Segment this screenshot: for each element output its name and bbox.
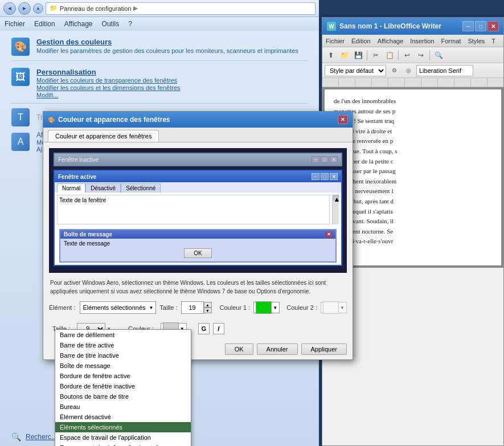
- cp-menu-fichier[interactable]: Fichier: [5, 20, 25, 28]
- preview-inactive-min[interactable]: ─: [312, 156, 319, 163]
- nav-back-button[interactable]: ◄: [3, 2, 16, 15]
- lo-minimize-button[interactable]: ─: [462, 21, 474, 31]
- lo-style-icon[interactable]: ⚙: [388, 64, 400, 77]
- search-text[interactable]: Recherc...: [26, 433, 57, 441]
- preview-inactive-window: Fenêtre inactive ─ □ ✕: [54, 153, 342, 166]
- cancel-button[interactable]: Annuler: [257, 343, 298, 355]
- preview-tab-desactive[interactable]: Désactivé: [85, 183, 121, 193]
- dropdown-item-7[interactable]: Bureau: [55, 402, 191, 412]
- preview-inactive-close[interactable]: ✕: [330, 156, 338, 163]
- lo-toolbar: ⬆ 📁 💾 ✂ 📋 ↩ ↪ 🔍: [322, 47, 503, 63]
- dropdown-item-2[interactable]: Barre de titre inactive: [55, 350, 191, 361]
- lo-open-btn[interactable]: 📁: [338, 49, 351, 62]
- dropdown-item-5[interactable]: Bordure de fenêtre inactive: [55, 381, 191, 391]
- preview-msg-text: Texte de message: [64, 240, 332, 247]
- cp-topbar: ◄ ► ▲ 📁 Panneau de configuration ▶: [0, 0, 319, 17]
- lo-style-icon2[interactable]: ◎: [402, 64, 415, 77]
- doc-text-7: s'échapper de la petite c: [334, 157, 492, 167]
- couleur2-swatch[interactable]: ▼: [321, 302, 347, 313]
- taille1-spinner: ▲ ▼: [181, 301, 212, 314]
- lo-font-input[interactable]: [416, 65, 473, 76]
- taille1-up-btn[interactable]: ▲: [204, 302, 212, 308]
- cp-menu-edition[interactable]: Edition: [34, 20, 55, 28]
- lo-menu-affichage[interactable]: Affichage: [378, 38, 404, 44]
- lo-style-select[interactable]: Style par défaut: [325, 65, 386, 76]
- lo-menu-edition[interactable]: Édition: [351, 38, 371, 44]
- taille1-input[interactable]: [181, 301, 204, 314]
- preview-active-min[interactable]: ─: [312, 173, 319, 180]
- preview-msg-close-btn[interactable]: ✕: [325, 232, 332, 238]
- taille1-down-btn[interactable]: ▼: [204, 308, 212, 313]
- cp-menu-aide[interactable]: ?: [128, 20, 132, 28]
- preview-tab-normal[interactable]: Normal: [57, 183, 85, 193]
- doc-text-10: scrutent nerveusement l: [334, 186, 492, 197]
- lo-menu-styles[interactable]: Styles: [468, 38, 485, 44]
- dropdown-item-1[interactable]: Barre de titre active: [55, 340, 191, 350]
- doc-paragraph-mark: ¶: [334, 247, 492, 259]
- preview-msg-title-text: Boîte de message: [64, 231, 112, 238]
- dropdown-item-11[interactable]: Espacement des icônes (horizontal): [55, 443, 191, 446]
- preview-inactive-titlebar: Fenêtre inactive ─ □ ✕: [55, 154, 341, 165]
- element-select-display[interactable]: Éléments sélectionnés ▼: [80, 301, 156, 314]
- preview-inactive-max[interactable]: □: [321, 156, 329, 163]
- preview-text-area: Texte de la fenêtre: [57, 195, 330, 224]
- preview-active-max[interactable]: □: [321, 173, 329, 180]
- lo-maximize-button[interactable]: □: [475, 21, 486, 31]
- dropdown-item-10[interactable]: Espace de travail de l'application: [55, 432, 191, 443]
- lo-close-button[interactable]: ✕: [487, 21, 499, 31]
- dialog-tab[interactable]: Couleur et apparence des fenêtres: [48, 130, 159, 142]
- lo-undo-btn[interactable]: ↩: [401, 49, 413, 62]
- lo-redo-btn[interactable]: ↪: [415, 49, 427, 62]
- doc-text-14: lui au vent nocturne. Se: [334, 227, 492, 237]
- preview-scrollbar[interactable]: ▲: [332, 195, 339, 224]
- dropdown-item-8[interactable]: Élément désactivé: [55, 412, 191, 422]
- preview-tab-selectionne[interactable]: Sélectionné: [121, 183, 161, 193]
- preview-active-title: Fenêtre active: [58, 174, 96, 180]
- cp-section-perso: 🖼 Personnalisation Modifier les couleurs…: [0, 61, 319, 103]
- cp-menu-affichage[interactable]: Affichage: [64, 20, 93, 28]
- dropdown-item-4[interactable]: Bordure de fenêtre active: [55, 371, 191, 381]
- lo-menu-more[interactable]: T: [491, 38, 495, 44]
- nav-up-button[interactable]: ▲: [33, 3, 43, 14]
- cp-menu-outils[interactable]: Outils: [102, 20, 120, 28]
- dialog-info-text: Pour activer Windows Aero, sélectionnez …: [49, 279, 347, 296]
- couleur1-swatch[interactable]: ▼: [253, 302, 280, 313]
- preview-active-close[interactable]: ✕: [330, 173, 338, 180]
- perso-text: Personnalisation Modifier les couleurs d…: [36, 68, 181, 99]
- preview-text: Texte de la fenêtre: [59, 197, 327, 203]
- dropdown-item-0[interactable]: Barre de défilement: [55, 330, 191, 340]
- bold-button[interactable]: G: [198, 323, 210, 334]
- perso-title[interactable]: Personnalisation: [36, 68, 181, 76]
- lo-format-bar: Style par défaut ⚙ ◎: [322, 63, 503, 78]
- doc-text-11: près du but, après tant d: [334, 197, 492, 207]
- scroll-up-btn[interactable]: ▲: [333, 195, 339, 201]
- preview-msg-box: Boîte de message ✕ Texte de message OK: [59, 229, 337, 263]
- preview-content-area: Texte de la fenêtre ▲: [55, 193, 341, 227]
- lo-new-btn[interactable]: ⬆: [325, 49, 337, 62]
- nav-forward-button[interactable]: ►: [18, 2, 31, 15]
- couleur2-label: Couleur 2 :: [286, 304, 317, 311]
- cp-menubar: Fichier Edition Affichage Outils ?: [0, 17, 319, 31]
- apply-button[interactable]: Appliquer: [301, 343, 347, 355]
- dropdown-item-6[interactable]: Boutons de barre de titre: [55, 391, 191, 402]
- dialog-close-button[interactable]: ✕: [338, 115, 348, 124]
- lo-copy-btn[interactable]: 📋: [383, 49, 396, 62]
- ok-button[interactable]: OK: [225, 343, 253, 355]
- perso-link-1[interactable]: Modifier les couleurs de transparence de…: [36, 77, 181, 84]
- lo-save-btn[interactable]: 💾: [352, 49, 364, 62]
- dialog-controls: ✕: [338, 115, 348, 124]
- address-text: Panneau de configuration: [60, 5, 131, 12]
- lo-cut-btn[interactable]: ✂: [370, 49, 382, 62]
- preview-ok-button[interactable]: OK: [184, 248, 211, 258]
- gestion-title[interactable]: Gestion des couleurs: [36, 38, 298, 46]
- lo-menu-format[interactable]: Format: [441, 38, 461, 44]
- address-bar[interactable]: 📁 Panneau de configuration ▶: [46, 2, 315, 15]
- italic-button[interactable]: I: [213, 323, 224, 334]
- perso-link-2[interactable]: Modifier les couleurs et les dimensions …: [36, 84, 181, 91]
- lo-menu-fichier[interactable]: Fichier: [326, 38, 345, 44]
- dropdown-item-9[interactable]: Éléments sélectionnés: [55, 422, 191, 432]
- dropdown-item-3[interactable]: Boîte de message: [55, 361, 191, 371]
- perso-link-3[interactable]: Modifi...: [36, 92, 181, 99]
- lo-find-btn[interactable]: 🔍: [432, 49, 445, 62]
- lo-menu-insertion[interactable]: Insertion: [410, 38, 434, 44]
